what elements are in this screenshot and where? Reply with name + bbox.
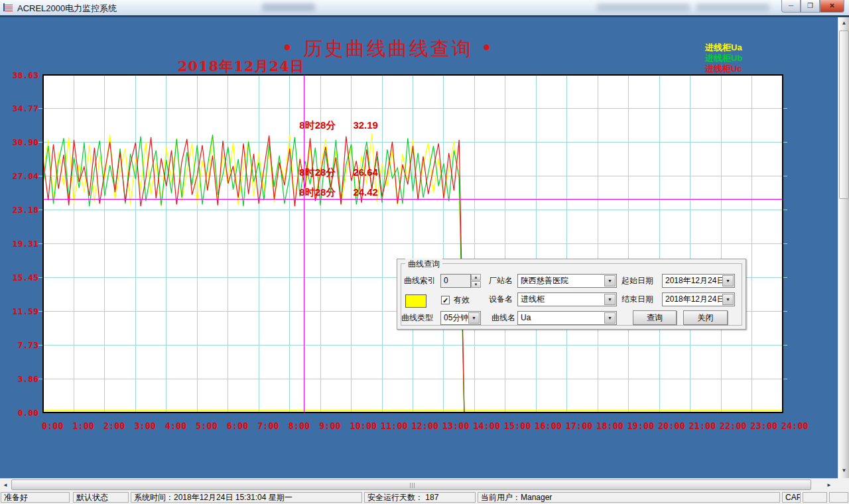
station-combo[interactable]: 陕西慈善医院 ▼ (517, 274, 617, 288)
x-tick-label: 20:00 (658, 420, 685, 431)
curve-query-dialog: 曲线查询 曲线索引 0 ▲ ▼ 厂站名 陕西慈善医院 ▼ 起始日期 2018年1… (397, 259, 746, 330)
close-icon: ✕ (829, 2, 834, 9)
curve-index-spinner: ▲ ▼ (471, 274, 481, 288)
chevron-down-icon[interactable]: ▼ (604, 294, 616, 305)
x-tick-label: 19:00 (627, 420, 655, 431)
x-tick-label: 3:00 (134, 420, 156, 431)
close-button[interactable]: ✕ (820, 0, 844, 13)
curve-name-value: Ua (521, 313, 531, 322)
x-tick-label: 13:00 (442, 420, 470, 431)
crosshair-annotation: 8时28分32.19 (299, 119, 378, 132)
status-empty-cell (803, 492, 827, 503)
x-tick-label: 9:00 (319, 420, 341, 431)
start-date-label: 起始日期 (621, 274, 653, 288)
curve-name-label: 曲线名 (491, 311, 515, 325)
curve-index-label: 曲线索引 (404, 274, 436, 288)
station-label: 厂站名 (489, 274, 513, 288)
background-window-artifact (597, 3, 690, 11)
curve-type-label: 曲线类型 (401, 311, 433, 325)
x-tick-label: 10:00 (350, 420, 377, 431)
restore-icon: ❐ (807, 2, 813, 9)
x-tick-label: 23:00 (751, 420, 778, 431)
scroll-up-icon[interactable]: ▲ (839, 19, 849, 29)
chevron-down-icon[interactable]: ▼ (468, 312, 480, 324)
y-tick-label: 7.73 (18, 340, 38, 350)
y-tick-label: 27.04 (13, 171, 38, 181)
query-button[interactable]: 查询 (633, 310, 677, 325)
x-tick-label: 18:00 (596, 420, 623, 431)
x-tick-label: 11:00 (381, 420, 408, 431)
start-date-value: 2018年12月24日 (665, 276, 724, 285)
chevron-down-icon[interactable]: ▼ (604, 275, 616, 286)
minimize-button[interactable]: ─ (781, 0, 801, 13)
app-window: ACREL2000电力监控系统 ─ ❐ ✕ 38.6334.7730.9027.… (0, 0, 849, 504)
x-tick-label: 7:00 (257, 420, 279, 431)
x-tick-label: 24:00 (781, 420, 809, 431)
chart-panel: 38.6334.7730.9027.0423.1819.3115.4511.59… (0, 17, 838, 478)
status-system-time: 系统时间：2018年12月24日 15:31:04 星期一 (131, 492, 362, 503)
chevron-down-icon[interactable]: ▼ (722, 275, 734, 286)
curve-index-input[interactable]: 0 (440, 274, 471, 288)
end-date-value: 2018年12月24日 (665, 294, 724, 304)
annotation-value: 24.42 (353, 186, 378, 198)
scroll-right-icon[interactable]: ► (824, 480, 834, 490)
y-tick-label: 3.86 (18, 374, 38, 384)
valid-label: 有效 (454, 293, 470, 307)
y-tick-label: 30.90 (13, 137, 38, 147)
curve-color-swatch[interactable] (405, 294, 426, 308)
valid-checkbox[interactable]: ✓ (441, 296, 450, 304)
horizontal-scrollbar[interactable]: ◄ ► (0, 478, 838, 491)
scroll-left-icon[interactable]: ◄ (1, 480, 10, 490)
device-label: 设备名 (489, 292, 513, 306)
chart-legend: 进线柜Ua 进线柜Ub 进线柜Uc (705, 42, 742, 74)
curve-name-combo[interactable]: Ua ▼ (517, 311, 617, 325)
dialog-title: 曲线查询 (405, 259, 442, 270)
device-value: 进线柜 (521, 294, 545, 304)
curve-type-combo[interactable]: 05分钟 ▼ (440, 311, 481, 325)
status-safe-days: 安全运行天数： 187 (364, 492, 476, 503)
scrollbar-corner (838, 478, 849, 491)
x-tick-label: 2:00 (103, 420, 125, 431)
x-tick-label: 21:00 (689, 420, 716, 431)
chevron-down-icon[interactable]: ▼ (604, 312, 616, 324)
annotation-value: 26.64 (353, 166, 378, 178)
chevron-down-icon[interactable]: ▼ (722, 294, 734, 305)
status-cap: CAP (782, 492, 801, 503)
titlebar[interactable]: ACREL2000电力监控系统 ─ ❐ ✕ (0, 0, 849, 17)
restore-button[interactable]: ❐ (801, 0, 820, 13)
annotation-time: 8时28分 (299, 186, 336, 198)
background-window-artifact (262, 3, 315, 11)
end-date-label: 结束日期 (621, 292, 653, 306)
scroll-down-icon[interactable]: ▼ (839, 466, 849, 476)
dialog-close-button[interactable]: 关闭 (683, 310, 728, 325)
y-tick-label: 38.63 (13, 70, 38, 80)
crosshair-annotation: 8时28分24.42 (299, 186, 378, 199)
end-date-combo[interactable]: 2018年12月24日 ▼ (662, 292, 735, 306)
x-tick-label: 0:00 (42, 420, 64, 431)
x-tick-label: 17:00 (566, 420, 593, 431)
x-tick-label: 14:00 (473, 420, 500, 431)
legend-item-ub: 进线柜Ub (705, 53, 742, 64)
history-curve-chart[interactable]: 38.6334.7730.9027.0423.1819.3115.4511.59… (0, 17, 838, 478)
spinner-up-icon[interactable]: ▲ (471, 274, 481, 281)
curve-type-value: 05分钟 (444, 313, 468, 322)
y-tick-label: 23.18 (13, 205, 38, 215)
vertical-scrollbar-thumb[interactable] (839, 31, 849, 199)
x-tick-label: 12:00 (412, 420, 439, 431)
statusbar: 准备好 默认状态 系统时间：2018年12月24日 15:31:04 星期一 安… (0, 491, 849, 504)
device-combo[interactable]: 进线柜 ▼ (517, 292, 617, 306)
x-tick-label: 5:00 (196, 420, 218, 431)
y-tick-label: 11.59 (13, 306, 38, 316)
y-tick-label: 15.45 (13, 273, 38, 283)
start-date-combo[interactable]: 2018年12月24日 ▼ (662, 274, 735, 288)
vertical-scrollbar[interactable]: ▲ ▼ (838, 17, 849, 478)
horizontal-scrollbar-thumb[interactable] (11, 479, 811, 490)
x-tick-label: 15:00 (504, 420, 531, 431)
x-tick-label: 1:00 (72, 420, 94, 431)
legend-item-uc: 进线柜Uc (705, 64, 742, 74)
window-title: ACREL2000电力监控系统 (17, 3, 117, 15)
y-tick-label: 34.77 (13, 103, 38, 113)
spinner-down-icon[interactable]: ▼ (471, 281, 481, 288)
y-tick-label: 0.00 (18, 408, 38, 418)
minimize-icon: ─ (789, 2, 793, 9)
